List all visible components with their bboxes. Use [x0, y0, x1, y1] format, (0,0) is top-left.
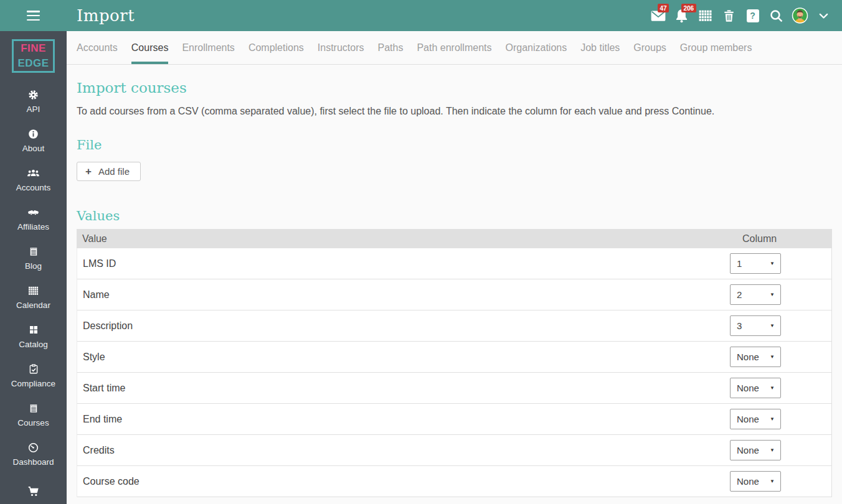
- handshake-icon: [27, 206, 40, 219]
- caret-down-icon: ▼: [770, 354, 775, 360]
- row-column-cell: 1▼: [730, 253, 831, 274]
- sidebar-item-affiliates[interactable]: Affiliates: [0, 199, 67, 238]
- column-select[interactable]: 2▼: [730, 284, 781, 305]
- logo-line-1: FINE: [21, 41, 46, 56]
- logo-line-2: EDGE: [17, 56, 49, 71]
- help-glyph: ?: [747, 9, 759, 22]
- add-file-label: Add file: [98, 166, 130, 177]
- tab-job-titles[interactable]: Job titles: [580, 31, 620, 64]
- column-select-value: 1: [737, 258, 742, 269]
- table-row: StyleNone▼: [77, 342, 832, 373]
- sidebar-item-label: Accounts: [16, 183, 51, 192]
- table-row: CreditsNone▼: [77, 435, 832, 466]
- column-select-value: None: [737, 476, 759, 487]
- avatar[interactable]: [792, 6, 808, 25]
- sidebar-nav: APIAboutAccountsAffiliatesBlogCalendarCa…: [0, 82, 67, 504]
- tab-bar: AccountsCoursesEnrollmentsCompletionsIns…: [67, 31, 842, 65]
- mail-icon[interactable]: 47: [650, 6, 666, 25]
- column-select-value: 2: [737, 289, 742, 300]
- sidebar-item-dashboard[interactable]: Dashboard: [0, 434, 67, 474]
- caret-down-icon: ▼: [770, 323, 775, 329]
- topbar-icon-group: 47206?: [650, 6, 842, 25]
- tab-paths[interactable]: Paths: [378, 31, 404, 64]
- values-section-heading: Values: [77, 208, 833, 223]
- caret-down-icon: ▼: [770, 447, 775, 453]
- column-select[interactable]: None▼: [730, 347, 781, 367]
- clipboard-check-icon: [28, 363, 39, 376]
- help-icon[interactable]: ?: [744, 6, 761, 25]
- tab-path-enrollments[interactable]: Path enrollments: [417, 31, 491, 64]
- row-column-cell: None▼: [730, 440, 831, 460]
- tab-group-members[interactable]: Group members: [680, 31, 752, 64]
- column-select[interactable]: None▼: [730, 471, 781, 492]
- values-table-header: Value Column: [77, 229, 832, 248]
- column-select-value: None: [737, 445, 759, 455]
- caret-down-icon: ▼: [770, 261, 775, 266]
- tab-organizations[interactable]: Organizations: [505, 31, 567, 64]
- tab-accounts[interactable]: Accounts: [77, 31, 118, 64]
- row-value-label: Credits: [77, 445, 730, 456]
- chevron-down-icon[interactable]: [815, 6, 832, 25]
- column-select[interactable]: None▼: [730, 378, 781, 398]
- sidebar-item-cart[interactable]: [0, 474, 67, 504]
- column-column-header: Column: [731, 233, 832, 245]
- info-icon: [27, 128, 39, 141]
- mail-badge: 47: [658, 4, 669, 12]
- column-select-value: None: [737, 383, 759, 393]
- sidebar-item-catalog[interactable]: Catalog: [0, 317, 67, 356]
- table-row: End timeNone▼: [77, 404, 832, 435]
- row-value-label: Name: [77, 289, 730, 301]
- sidebar-item-label: Catalog: [19, 340, 48, 349]
- sidebar-item-api[interactable]: API: [0, 82, 67, 121]
- column-select[interactable]: 1▼: [730, 253, 781, 274]
- bell-icon[interactable]: 206: [673, 6, 690, 25]
- sidebar-item-label: Dashboard: [12, 457, 54, 467]
- sidebar-item-calendar[interactable]: Calendar: [0, 278, 67, 317]
- column-select-value: None: [737, 414, 759, 424]
- import-description: To add courses from a CSV (comma separat…: [77, 106, 833, 117]
- search-icon[interactable]: [768, 6, 785, 25]
- row-column-cell: 2▼: [730, 284, 831, 305]
- row-column-cell: 3▼: [730, 315, 831, 336]
- row-column-cell: None▼: [730, 471, 831, 492]
- notepad-icon: [28, 402, 39, 415]
- sidebar-item-blog[interactable]: Blog: [0, 238, 67, 278]
- sidebar-item-about[interactable]: About: [0, 121, 67, 160]
- sidebar-item-label: Blog: [25, 261, 42, 271]
- column-select[interactable]: 3▼: [730, 315, 781, 336]
- tab-courses[interactable]: Courses: [131, 31, 169, 64]
- content: Import courses To add courses from a CSV…: [67, 80, 842, 497]
- column-select[interactable]: None▼: [730, 440, 781, 460]
- hamburger-menu-button[interactable]: [0, 11, 67, 21]
- column-select-value: 3: [737, 320, 742, 331]
- tab-groups[interactable]: Groups: [633, 31, 666, 64]
- table-icon[interactable]: [697, 6, 714, 25]
- fine-edge-logo[interactable]: FINE EDGE: [12, 39, 55, 73]
- tab-enrollments[interactable]: Enrollments: [182, 31, 234, 64]
- sidebar-item-compliance[interactable]: Compliance: [0, 356, 67, 395]
- hamburger-icon: [27, 11, 40, 21]
- row-value-label: Course code: [77, 476, 730, 487]
- gear-icon: [27, 88, 39, 101]
- row-value-label: Style: [77, 352, 730, 363]
- squares-icon: [28, 324, 39, 337]
- column-select[interactable]: None▼: [730, 409, 781, 429]
- table-row: Name2▼: [77, 279, 832, 310]
- sidebar-item-label: API: [27, 105, 40, 114]
- grid-icon: [27, 284, 39, 297]
- add-file-button[interactable]: + Add file: [77, 162, 141, 181]
- sidebar-item-accounts[interactable]: Accounts: [0, 160, 67, 199]
- tab-completions[interactable]: Completions: [248, 31, 304, 64]
- row-value-label: Description: [77, 320, 730, 332]
- sidebar: FINE EDGE APIAboutAccountsAffiliatesBlog…: [0, 31, 67, 504]
- caret-down-icon: ▼: [770, 416, 775, 422]
- row-column-cell: None▼: [730, 409, 831, 429]
- table-row: Description3▼: [77, 310, 832, 342]
- plus-icon: +: [85, 166, 92, 178]
- trash-icon[interactable]: [721, 6, 737, 25]
- tab-instructors[interactable]: Instructors: [318, 31, 364, 64]
- sidebar-item-courses[interactable]: Courses: [0, 395, 67, 434]
- caret-down-icon: ▼: [770, 292, 775, 297]
- row-column-cell: None▼: [730, 378, 831, 398]
- sidebar-item-label: Compliance: [11, 379, 55, 388]
